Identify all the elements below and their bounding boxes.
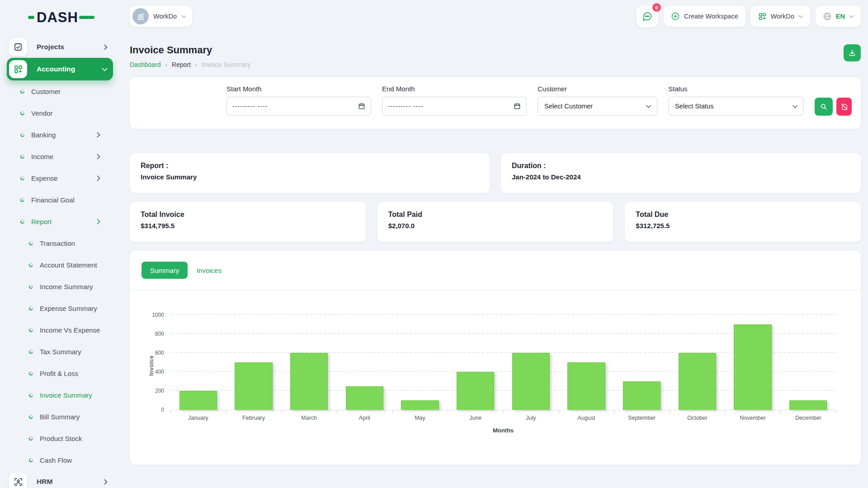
language-button[interactable]: EN bbox=[816, 6, 861, 27]
start-month-input[interactable]: --------- ---- bbox=[226, 97, 371, 116]
breadcrumb-dashboard[interactable]: Dashboard bbox=[130, 61, 161, 68]
chart-card: Summary Invoices Invoice 020040060080010… bbox=[130, 251, 861, 465]
customer-label: Customer bbox=[538, 85, 657, 93]
calendar-icon[interactable] bbox=[358, 103, 365, 110]
sidebar-item-transaction[interactable]: Transaction bbox=[7, 232, 113, 254]
sidebar-item-projects[interactable]: Projects bbox=[7, 36, 113, 58]
customer-select[interactable]: Select Customer bbox=[538, 97, 657, 116]
x-tick-mark bbox=[281, 410, 282, 413]
chevron-down-icon bbox=[182, 14, 185, 18]
x-tick-label: May bbox=[392, 415, 448, 421]
sidebar-item-income[interactable]: Income bbox=[7, 145, 113, 167]
search-button[interactable] bbox=[815, 98, 833, 116]
sidebar-item-hrm[interactable]: HRM bbox=[7, 471, 113, 488]
bar-february[interactable] bbox=[235, 362, 272, 410]
total-invoice-card: Total Invoice $314,795.5 bbox=[130, 202, 366, 242]
logo-text: DASH bbox=[37, 10, 78, 24]
bar-november[interactable] bbox=[734, 324, 771, 410]
reset-filter-button[interactable] bbox=[836, 98, 852, 116]
breadcrumb: Dashboard › Report › Invoice Summary bbox=[130, 61, 250, 68]
workspace-selector[interactable]: WorkDo bbox=[130, 6, 192, 27]
plus-circle-icon bbox=[671, 12, 680, 21]
sidebar-item-income-summary[interactable]: Income Summary bbox=[7, 276, 113, 297]
x-tick-mark bbox=[337, 410, 337, 413]
sidebar-item-label: Bill Summary bbox=[40, 413, 80, 421]
bar-january[interactable] bbox=[179, 391, 217, 410]
bullet-icon bbox=[28, 327, 34, 333]
sidebar-item-banking[interactable]: Banking bbox=[7, 124, 113, 145]
bullet-icon bbox=[28, 349, 34, 354]
messages-button[interactable]: 0 bbox=[637, 5, 658, 27]
sidebar-item-vendor[interactable]: Vendor bbox=[7, 102, 113, 124]
clear-filter-icon bbox=[840, 103, 848, 111]
sidebar-item-label: HRM bbox=[37, 478, 52, 486]
bullet-icon bbox=[20, 132, 25, 137]
end-month-field: End Month --------- ---- bbox=[382, 85, 527, 116]
workspace-avatar bbox=[132, 8, 149, 24]
status-select[interactable]: Select Status bbox=[668, 97, 804, 116]
download-button[interactable] bbox=[844, 44, 861, 61]
sidebar-item-bill-summary[interactable]: Bill Summary bbox=[7, 406, 113, 427]
totals-row: Total Invoice $314,795.5 Total Paid $2,0… bbox=[130, 202, 861, 242]
sidebar-item-expense-summary[interactable]: Expense Summary bbox=[7, 297, 113, 319]
chat-icon bbox=[642, 11, 652, 22]
bar-october[interactable] bbox=[679, 353, 716, 410]
x-tick-mark bbox=[503, 410, 504, 413]
sidebar-item-cash-flow[interactable]: Cash Flow bbox=[7, 449, 113, 471]
sidebar-item-label: Income bbox=[31, 153, 53, 160]
sidebar-item-customer[interactable]: Customer bbox=[7, 80, 113, 102]
x-axis-title: Months bbox=[170, 427, 836, 434]
sidebar-item-label: Accounting bbox=[37, 65, 75, 73]
sidebar-item-tax-summary[interactable]: Tax Summary bbox=[7, 341, 113, 362]
breadcrumb-current: Invoice Summary bbox=[202, 61, 250, 68]
sidebar-item-report[interactable]: Report bbox=[7, 211, 113, 232]
total-due-card: Total Due $312,725.5 bbox=[625, 202, 861, 242]
chevron-down-icon bbox=[849, 14, 853, 18]
end-month-label: End Month bbox=[382, 85, 527, 93]
bar-june[interactable] bbox=[457, 372, 494, 410]
bar-may[interactable] bbox=[401, 400, 439, 410]
calendar-icon[interactable] bbox=[514, 103, 521, 110]
tab-invoices[interactable]: Invoices bbox=[197, 267, 222, 274]
x-tick-mark bbox=[559, 410, 559, 413]
sidebar-item-label: Invoice Summary bbox=[40, 391, 92, 399]
bullet-icon bbox=[20, 89, 25, 94]
sidebar-item-profit-loss[interactable]: Profit & Loss bbox=[7, 362, 113, 384]
bar-march[interactable] bbox=[290, 353, 328, 410]
workdo-menu-button[interactable]: WorkDo bbox=[751, 6, 810, 27]
x-tick-mark bbox=[170, 410, 171, 413]
sidebar-item-label: Report bbox=[31, 218, 52, 225]
create-workspace-button[interactable]: Create Workspace bbox=[664, 6, 745, 27]
building-icon bbox=[137, 12, 145, 21]
bullet-icon bbox=[28, 305, 34, 311]
customer-field: Customer Select Customer bbox=[538, 85, 657, 116]
bar-july[interactable] bbox=[512, 353, 550, 410]
y-tick-label: 0 bbox=[161, 407, 164, 413]
x-tick-label: February bbox=[226, 415, 282, 421]
topbar: WorkDo 0 Create Workspace WorkDo bbox=[118, 0, 868, 33]
sidebar-item-product-stock[interactable]: Product Stock bbox=[7, 427, 113, 449]
status-label: Status bbox=[668, 85, 804, 93]
bar-december[interactable] bbox=[789, 400, 827, 410]
sidebar-item-invoice-summary[interactable]: Invoice Summary bbox=[7, 384, 113, 406]
sidebar-item-label: Financial Goal bbox=[31, 196, 75, 204]
x-tick-label: September bbox=[614, 415, 670, 421]
end-month-input[interactable]: --------- ---- bbox=[382, 97, 527, 116]
bullet-icon bbox=[28, 392, 34, 398]
bar-august[interactable] bbox=[567, 362, 605, 410]
chevron-down-icon bbox=[799, 14, 802, 18]
sidebar-item-accounting[interactable]: Accounting bbox=[7, 58, 113, 80]
tab-summary[interactable]: Summary bbox=[142, 262, 188, 279]
bar-september[interactable] bbox=[623, 381, 660, 410]
chart-tabs: Summary Invoices bbox=[130, 251, 861, 290]
sidebar-item-label: Banking bbox=[31, 131, 56, 139]
sidebar-item-financial-goal[interactable]: Financial Goal bbox=[7, 189, 113, 211]
sidebar-item-expense[interactable]: Expense bbox=[7, 167, 113, 189]
x-tick-mark bbox=[226, 410, 226, 413]
breadcrumb-report[interactable]: Report bbox=[172, 61, 191, 68]
chevron-right-icon bbox=[95, 154, 99, 159]
sidebar-item-income-vs-expense[interactable]: Income Vs Expense bbox=[7, 319, 113, 341]
sidebar-item-account-statement[interactable]: Account Statement bbox=[7, 254, 113, 276]
bullet-icon bbox=[28, 457, 34, 463]
bar-april[interactable] bbox=[346, 386, 383, 410]
